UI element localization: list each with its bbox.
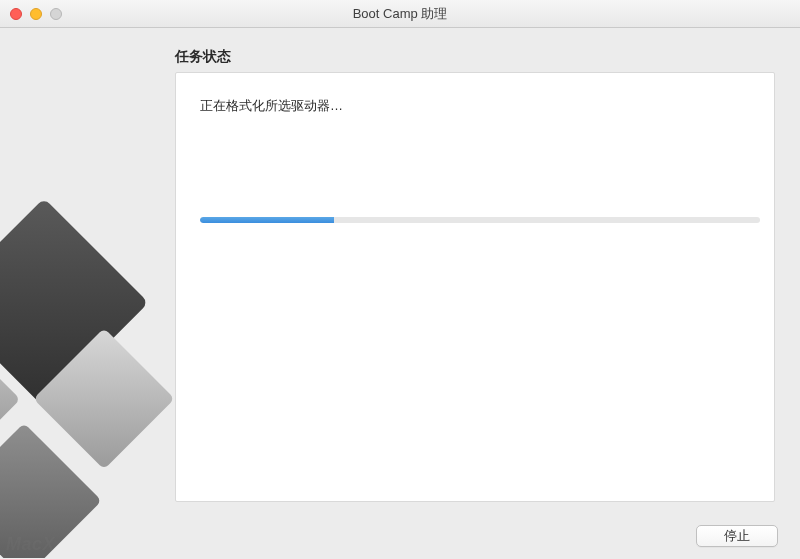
status-text: 正在格式化所选驱动器… (200, 97, 343, 115)
button-row: 停止 (696, 525, 778, 547)
svg-rect-0 (0, 198, 149, 407)
title-bar: Boot Camp 助理 (0, 0, 800, 28)
watermark-text: MacX (6, 534, 55, 555)
content-panel: 正在格式化所选驱动器… (175, 72, 775, 502)
minimize-window-icon[interactable] (30, 8, 42, 20)
window-body: 任务状态 正在格式化所选驱动器… 停止 MacX (0, 28, 800, 559)
close-window-icon[interactable] (10, 8, 22, 20)
zoom-window-icon (50, 8, 62, 20)
window-title: Boot Camp 助理 (0, 5, 800, 23)
svg-rect-1 (0, 323, 20, 476)
traffic-lights (0, 8, 62, 20)
progress-fill (200, 217, 334, 223)
stop-button[interactable]: 停止 (696, 525, 778, 547)
page-heading: 任务状态 (175, 48, 231, 66)
bootcamp-logo-icon (0, 178, 174, 558)
progress-bar (200, 217, 760, 223)
svg-rect-2 (33, 328, 174, 469)
svg-rect-3 (0, 423, 102, 558)
